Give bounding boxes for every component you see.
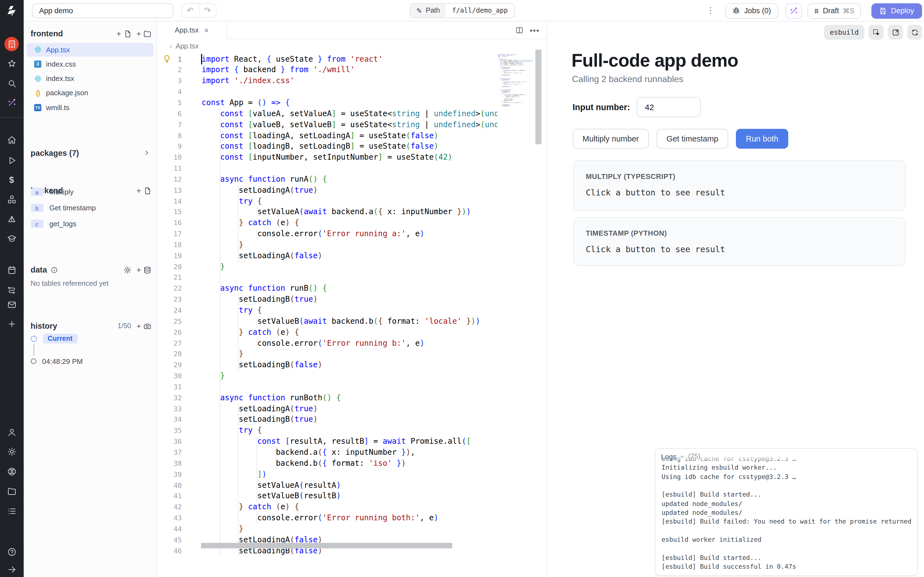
code-line[interactable]: const App = () => { [202, 97, 497, 108]
rail-item-variables[interactable]: $ [5, 172, 19, 187]
code-line[interactable]: setValueB(resultB) [202, 491, 497, 502]
kebab-menu-icon[interactable]: ⋮ [706, 5, 716, 16]
code-line[interactable]: } catch (e) { [202, 218, 497, 229]
code-line[interactable]: console.error('Error running both:', e) [202, 513, 497, 524]
code-line[interactable]: setLoadingA(true) [498, 68, 535, 69]
new-file-icon[interactable] [123, 29, 132, 38]
code-line[interactable]: const [inputNumber, setInputNumber] = us… [202, 152, 497, 163]
code-line[interactable]: backend.a({ x: inputNumber }), [498, 95, 535, 96]
code-line[interactable]: const [valueB, setValueB] = useState<str… [498, 61, 535, 62]
code-line[interactable] [498, 65, 535, 66]
code-line[interactable]: console.error('Error running a:', e) [202, 229, 497, 240]
code-line[interactable]: try { [202, 425, 497, 436]
code-line[interactable]: setLoadingB(true) [498, 79, 535, 80]
code-line[interactable]: setValueB(resultB) [498, 100, 535, 101]
refresh-preview-button[interactable] [907, 25, 922, 40]
code-line[interactable]: setValueB(await backend.b({ format: 'loc… [498, 81, 535, 82]
add-database-icon[interactable] [143, 266, 152, 274]
rail-item-resources[interactable] [5, 192, 19, 206]
rail-item-home[interactable] [5, 133, 19, 147]
code-line[interactable]: console.error('Error running b:', e) [202, 338, 497, 349]
code-line[interactable]: try { [498, 93, 535, 94]
jobs-button[interactable]: Jobs (0) [726, 3, 778, 18]
code-line[interactable] [202, 87, 497, 97]
file-item-App.tsx[interactable]: App.tsx [26, 43, 154, 56]
code-line[interactable]: } catch (e) { [498, 101, 535, 102]
code-line[interactable]: import React, { useState } from 'react' [498, 54, 535, 55]
code-line[interactable]: console.error('Error running a:', e) [498, 72, 535, 73]
button-multiply-number[interactable]: Multiply number [572, 129, 649, 149]
code-line[interactable]: backend.a({ x: inputNumber }), [202, 447, 497, 458]
runnable-item-Get timestamp[interactable]: bGet timestamp [31, 202, 154, 214]
code-line[interactable]: setLoadingB(true) [202, 294, 497, 305]
data-settings-gear-icon[interactable] [123, 266, 132, 274]
undo-button[interactable]: ↶ [182, 4, 199, 17]
vertical-scrollbar[interactable] [535, 49, 542, 144]
code-line[interactable]: ]) [202, 469, 497, 480]
horizontal-scrollbar[interactable] [201, 543, 452, 548]
code-line[interactable]: async function runBoth() { [202, 393, 497, 404]
breadcrumb-file[interactable]: App.tsx [176, 42, 198, 50]
rail-item-audit-logs[interactable] [5, 504, 19, 518]
code-line[interactable]: console.error('Error running both:', e) [498, 102, 535, 103]
code-line[interactable]: } [202, 371, 497, 382]
rail-item-workers[interactable] [5, 464, 19, 479]
code-line[interactable]: setLoadingA(false) [498, 74, 535, 76]
code-line[interactable]: setValueA(await backend.a({ x: inputNumb… [498, 70, 535, 71]
rail-item-favorites[interactable] [5, 56, 19, 71]
new-folder-icon[interactable] [143, 29, 152, 38]
code-line[interactable]: setValueA(await backend.a({ x: inputNumb… [202, 207, 497, 218]
rail-item-folders[interactable] [5, 484, 19, 498]
logs-panel[interactable]: Logs (75) Using idb cache for csstype@3.… [655, 448, 918, 575]
rail-item-collapse[interactable] [5, 562, 19, 577]
code-line[interactable]: setLoadingA(true) [202, 185, 497, 196]
code-line[interactable]: import React, { useState } from 'react' [202, 54, 497, 65]
runnable-item-get_logs[interactable]: cget_logs [31, 218, 154, 230]
code-line[interactable]: async function runA() { [498, 66, 535, 68]
code-line[interactable]: setValueA(resultA) [202, 480, 497, 491]
rail-item-schedules[interactable] [5, 263, 19, 277]
code-line[interactable]: } [202, 524, 497, 535]
code-line[interactable]: const [loadingA, setLoadingA] = useState… [202, 130, 497, 141]
code-line[interactable]: } catch (e) { [202, 327, 497, 338]
file-item-index.css[interactable]: 3index.css [26, 57, 154, 71]
button-get-timestamp[interactable]: Get timestamp [656, 129, 729, 149]
code-line[interactable]: } [202, 240, 497, 250]
packages-row[interactable]: packages (7) [31, 147, 150, 159]
rail-item-triggers[interactable] [5, 212, 19, 226]
rail-item-create[interactable] [5, 317, 19, 331]
code-line[interactable]: async function runA() { [202, 174, 497, 185]
code-line[interactable]: } [202, 349, 497, 360]
code-line[interactable]: setLoadingB(false) [202, 359, 497, 371]
runnable-item-Multiply[interactable]: aMultiply [31, 186, 154, 198]
code-line[interactable]: } [498, 73, 535, 74]
rail-item-messages[interactable] [5, 297, 19, 312]
code-line[interactable]: setLoadingB(false) [498, 105, 535, 106]
rail-item-settings[interactable] [5, 445, 19, 459]
rail-item-ai-wand[interactable] [5, 95, 19, 110]
editor-more-icon[interactable]: ••• [530, 26, 540, 34]
code-line[interactable]: import { backend } from './wmill' [202, 65, 497, 76]
file-item-index.tsx[interactable]: index.tsx [26, 72, 154, 85]
code-line[interactable]: backend.b({ format: 'iso' }) [202, 458, 497, 469]
code-line[interactable]: } catch (e) { [498, 82, 535, 84]
code-line[interactable]: setLoadingB(true) [498, 92, 535, 93]
code-line[interactable]: setLoadingA(true) [202, 403, 497, 414]
current-version-chip[interactable]: Current [43, 334, 77, 343]
code-line[interactable]: } [498, 103, 535, 104]
close-tab-icon[interactable]: × [204, 26, 208, 34]
split-editor-icon[interactable] [516, 26, 523, 34]
code-line[interactable]: } catch (e) { [498, 71, 535, 72]
code-line[interactable]: setLoadingB(false) [498, 86, 535, 87]
code-line[interactable]: } [202, 261, 497, 272]
code-line[interactable]: setValueA(resultA) [498, 98, 535, 100]
code-line[interactable] [498, 77, 535, 78]
inspect-component-button[interactable] [869, 25, 884, 40]
path-control[interactable]: ✎ Path f/all/demo_app [410, 3, 515, 18]
code-line[interactable]: import { backend } from './wmill' [498, 55, 535, 56]
code-line[interactable] [202, 163, 497, 174]
redo-button[interactable]: ↷ [199, 4, 216, 17]
windmill-logo[interactable] [0, 0, 23, 21]
code-line[interactable]: async function runB() { [202, 283, 497, 294]
code-line[interactable] [498, 88, 535, 89]
